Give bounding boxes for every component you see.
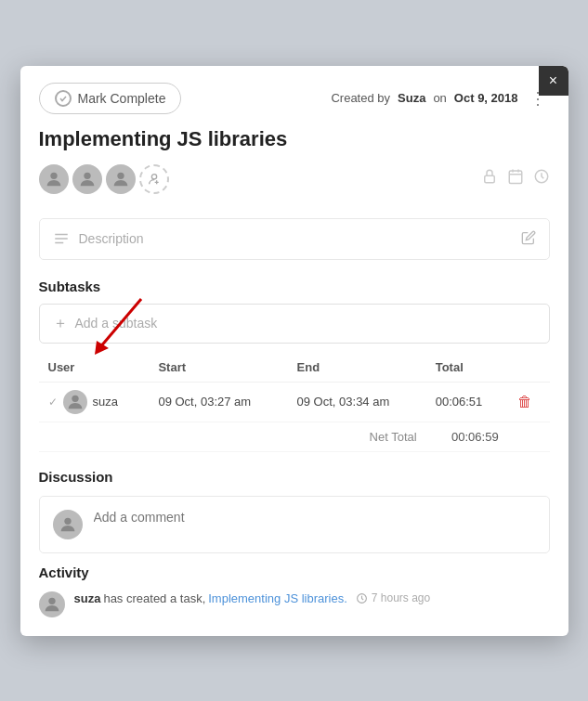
- activity-avatar: [39, 591, 65, 617]
- clock-icon[interactable]: [533, 168, 550, 189]
- activity-time-value: 7 hours ago: [372, 591, 430, 604]
- activity-clock-icon: [356, 592, 368, 604]
- activity-label: Activity: [39, 565, 550, 580]
- activity-section: Activity suza has created a task, Implem…: [20, 565, 568, 636]
- calendar-icon[interactable]: [507, 168, 524, 189]
- mark-complete-label: Mark Complete: [78, 91, 166, 106]
- header-top: Mark Complete Created by Suza on Oct 9, …: [39, 83, 550, 114]
- svg-point-0: [50, 172, 57, 178]
- modal-overlay: × Mark Complete Created by Suza on: [0, 0, 588, 701]
- close-button[interactable]: ×: [539, 66, 568, 96]
- row-end: 09 Oct, 03:34 am: [288, 382, 426, 422]
- description-icon: [53, 230, 70, 247]
- header-meta: Created by Suza on Oct 9, 2018 ⋮: [331, 88, 549, 109]
- edit-icon[interactable]: [521, 230, 536, 248]
- col-end: End: [288, 353, 426, 383]
- add-subtask-label: Add a subtask: [75, 316, 158, 331]
- col-start: Start: [149, 353, 287, 383]
- creator-name: Suza: [398, 91, 425, 105]
- row-check-icon: ✓: [48, 396, 58, 409]
- avatar-3: [106, 164, 136, 194]
- lock-icon[interactable]: [481, 168, 498, 189]
- commenter-avatar: [53, 510, 83, 539]
- description-left: Description: [53, 230, 144, 247]
- discussion-section: Discussion: [20, 452, 568, 565]
- col-actions: [508, 353, 550, 383]
- comment-box: [39, 496, 550, 553]
- description-placeholder: Description: [79, 231, 144, 246]
- svg-rect-6: [484, 175, 494, 183]
- avatar-1: [39, 164, 69, 194]
- modal-header: Mark Complete Created by Suza on Oct 9, …: [20, 66, 568, 218]
- add-assignee-button[interactable]: [139, 164, 169, 194]
- net-total-label: Net Total: [39, 422, 426, 451]
- description-box[interactable]: Description: [39, 218, 550, 260]
- net-total-value: 00:06:59: [426, 422, 508, 451]
- task-title: Implementing JS libraries: [39, 127, 550, 151]
- row-username: suza: [93, 395, 118, 409]
- plus-icon: ＋: [53, 314, 68, 333]
- svg-point-18: [64, 517, 71, 524]
- assignees-row: [39, 164, 550, 194]
- check-circle-icon: [55, 90, 72, 107]
- activity-time: 7 hours ago: [356, 591, 430, 604]
- subtasks-label: Subtasks: [20, 279, 568, 294]
- activity-action: has created a task,: [103, 591, 205, 605]
- row-avatar: [63, 390, 87, 414]
- created-by-label: Created by: [331, 91, 390, 105]
- add-subtask-container: ＋ Add a subtask: [20, 304, 568, 344]
- col-total: Total: [426, 353, 508, 383]
- mark-complete-button[interactable]: Mark Complete: [39, 83, 182, 114]
- discussion-label: Discussion: [39, 469, 550, 485]
- task-modal: × Mark Complete Created by Suza on: [20, 66, 568, 636]
- col-user: User: [39, 353, 150, 383]
- activity-text: suza has created a task, Implementing JS…: [74, 591, 431, 605]
- user-cell: ✓ suza: [39, 382, 150, 422]
- created-date: Oct 9, 2018: [454, 91, 518, 105]
- add-subtask-row[interactable]: ＋ Add a subtask: [39, 304, 550, 344]
- svg-point-17: [72, 395, 78, 401]
- time-row-0: ✓ suza 09 Oct, 03:27 am 09 Oct, 03:34 am…: [39, 382, 550, 422]
- row-total: 00:06:51: [426, 382, 508, 422]
- svg-point-3: [151, 174, 156, 178]
- net-total-row: Net Total 00:06:59: [39, 422, 550, 451]
- svg-rect-7: [509, 171, 522, 184]
- activity-user: suza: [74, 591, 101, 605]
- avatar-2: [72, 164, 102, 194]
- time-table: User Start End Total ✓ suza: [39, 353, 550, 452]
- row-delete[interactable]: 🗑: [508, 382, 550, 422]
- comment-input[interactable]: [94, 510, 536, 525]
- row-start: 09 Oct, 03:27 am: [149, 382, 287, 422]
- delete-time-button[interactable]: 🗑: [517, 394, 532, 410]
- activity-item-0: suza has created a task, Implementing JS…: [39, 591, 550, 617]
- svg-point-19: [48, 597, 55, 604]
- task-action-icons: [481, 168, 550, 189]
- avatar-group: [39, 164, 169, 194]
- activity-task-link[interactable]: Implementing JS libraries.: [208, 591, 347, 605]
- svg-point-1: [84, 172, 90, 178]
- activity-content: suza has created a task, Implementing JS…: [74, 591, 431, 605]
- svg-point-2: [117, 172, 124, 178]
- on-label: on: [433, 91, 446, 105]
